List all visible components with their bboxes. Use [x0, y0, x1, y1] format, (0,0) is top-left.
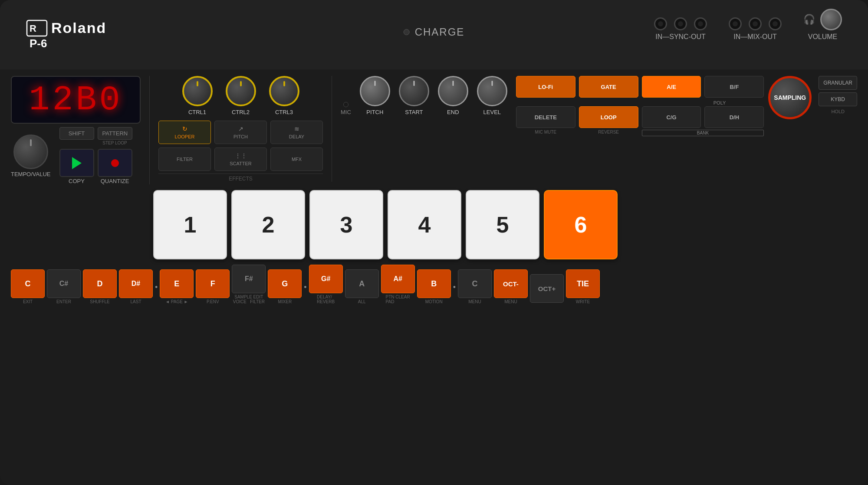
- end-knob[interactable]: [438, 76, 468, 106]
- volume-knob[interactable]: [820, 9, 842, 30]
- charge-label: CHARGE: [415, 26, 465, 38]
- key-csharp[interactable]: C#: [47, 269, 81, 298]
- granular-button[interactable]: GRANULAR: [819, 76, 857, 90]
- bpm-display: 12B0: [11, 76, 141, 124]
- pad-4[interactable]: 4: [388, 190, 461, 259]
- mic-label: MIC: [341, 109, 351, 115]
- mix-jack-1[interactable]: [729, 17, 742, 30]
- bf-button[interactable]: B/F: [704, 76, 764, 98]
- sync-jack-2[interactable]: [674, 17, 687, 30]
- key-d[interactable]: D: [83, 269, 117, 298]
- mic-indicator: [343, 102, 349, 107]
- start-knob[interactable]: [399, 76, 429, 106]
- tempo-knob[interactable]: [13, 134, 48, 169]
- ctrl1-label: CTRL1: [188, 109, 206, 115]
- mix-jack-2[interactable]: [749, 17, 762, 30]
- kybd-button[interactable]: KYBD: [819, 92, 857, 106]
- pad-3[interactable]: 3: [309, 190, 383, 259]
- lofi-button[interactable]: LO-Fi: [516, 76, 575, 98]
- key-fsharp[interactable]: F#: [232, 265, 266, 293]
- sync-label: IN—SYNC-OUT: [655, 33, 706, 41]
- key-tie[interactable]: TIE: [566, 269, 600, 298]
- hold-label: HOLD: [819, 109, 857, 114]
- quantize-label: QUANTIZE: [101, 178, 129, 184]
- step-loop-label: STEP LOOP: [102, 141, 127, 145]
- level-label: LEVEL: [483, 109, 501, 115]
- tempo-label: TEMPO/VALUE: [11, 171, 51, 177]
- loop-button[interactable]: LOOP: [579, 106, 638, 128]
- charge-area: CHARGE: [404, 26, 465, 38]
- model-name: P-6: [30, 37, 106, 50]
- key-b[interactable]: B: [417, 269, 451, 298]
- bank-label: BANK: [642, 130, 764, 136]
- key-e[interactable]: E: [160, 269, 194, 298]
- svg-text:R: R: [30, 23, 36, 34]
- pattern-button[interactable]: PATTERN: [98, 127, 132, 140]
- key-c1[interactable]: C: [11, 269, 45, 298]
- filter-button[interactable]: FILTER: [158, 147, 211, 171]
- top-bar: R Roland P-6 CHARGE IN—SYNC-OUT: [0, 0, 868, 69]
- ctrl2-knob-area: CTRL2: [226, 76, 256, 115]
- scatter-button[interactable]: ⋮⋮ SCATTER: [214, 147, 267, 171]
- start-label: START: [405, 109, 423, 115]
- key-oct-minus[interactable]: OCT-: [494, 269, 528, 298]
- pad-2[interactable]: 2: [231, 190, 305, 259]
- mfx-button[interactable]: MFX: [270, 147, 323, 171]
- delete-button[interactable]: DELETE: [516, 106, 575, 128]
- ae-button[interactable]: A/E: [642, 76, 701, 98]
- key-f[interactable]: F: [196, 269, 230, 298]
- key-g[interactable]: G: [268, 269, 302, 298]
- end-label: END: [447, 109, 459, 115]
- ctrl3-knob-area: CTRL3: [269, 76, 299, 115]
- reverse-label: REVERSE: [579, 130, 638, 136]
- volume-label: VOLUME: [808, 33, 838, 41]
- copy-button[interactable]: [59, 149, 94, 177]
- key-dsharp[interactable]: D#: [119, 269, 153, 298]
- key-c2[interactable]: C: [458, 269, 492, 298]
- ctrl2-label: CTRL2: [232, 109, 250, 115]
- device-main-panel: 12B0 TEMPO/VALUE SHIFT PA: [0, 69, 868, 485]
- delay-button[interactable]: ≋ DELAY: [270, 121, 323, 144]
- pitch-button[interactable]: ↗ PITCH: [214, 121, 267, 144]
- poly-label: POLY: [713, 100, 726, 105]
- pad-6[interactable]: 6: [544, 190, 618, 259]
- copy-label: COPY: [69, 178, 85, 184]
- dh-button[interactable]: D/H: [704, 106, 764, 128]
- key-asharp[interactable]: A#: [381, 265, 415, 293]
- shift-button[interactable]: SHIFT: [59, 127, 94, 140]
- ctrl2-knob[interactable]: [226, 76, 256, 106]
- pitch-knob[interactable]: [360, 76, 390, 106]
- mix-jack-3[interactable]: [769, 17, 782, 30]
- pad-5[interactable]: 5: [466, 190, 539, 259]
- ctrl1-knob[interactable]: [182, 76, 213, 106]
- ctrl1-knob-area: CTRL1: [182, 76, 213, 115]
- quantize-button[interactable]: [98, 149, 132, 177]
- gate-button[interactable]: GATE: [579, 76, 638, 98]
- pad-1[interactable]: 1: [153, 190, 227, 259]
- ctrl3-knob[interactable]: [269, 76, 299, 106]
- mic-mute-label: MIC MUTE: [516, 130, 575, 136]
- key-gsharp[interactable]: G#: [309, 265, 343, 293]
- device-body: R Roland P-6 CHARGE IN—SYNC-OUT: [0, 0, 868, 485]
- mix-label: IN—MIX-OUT: [733, 33, 777, 41]
- effects-label: EFFECTS: [158, 174, 323, 182]
- level-knob[interactable]: [477, 76, 507, 106]
- charge-led: [404, 29, 410, 35]
- key-oct-plus[interactable]: OCT+: [530, 274, 564, 303]
- key-a[interactable]: A: [345, 269, 379, 298]
- pitch-label: PITCH: [366, 109, 383, 115]
- sync-jack-1[interactable]: [654, 17, 667, 30]
- ctrl3-label: CTRL3: [275, 109, 293, 115]
- cg-button[interactable]: C/G: [642, 106, 701, 128]
- sampling-button[interactable]: SAMPLING: [768, 76, 812, 119]
- sync-jack-3[interactable]: [694, 17, 707, 30]
- looper-button[interactable]: ↻ LOOPER: [158, 121, 211, 144]
- roland-logo: R Roland: [26, 20, 106, 37]
